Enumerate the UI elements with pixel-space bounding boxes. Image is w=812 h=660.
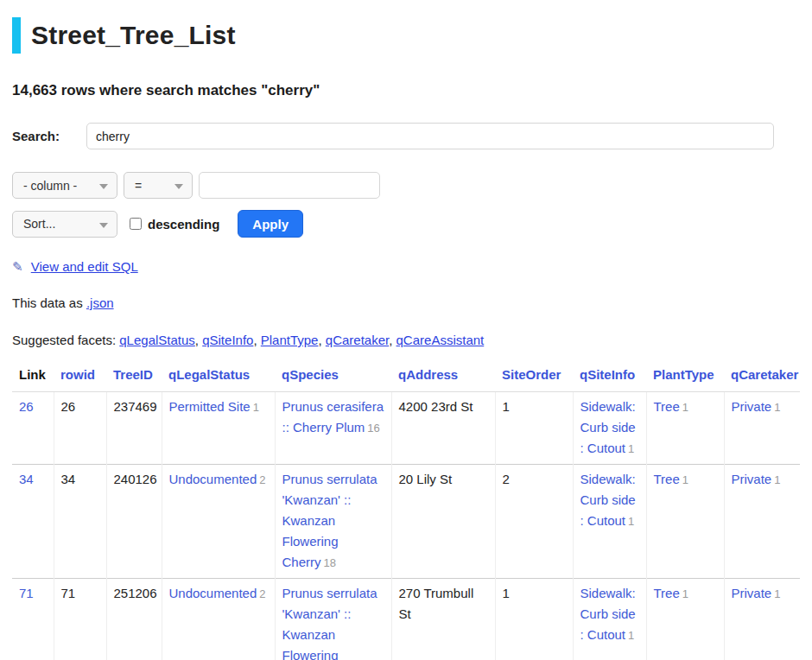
column-header-qaddress[interactable]: qAddress <box>391 360 495 392</box>
cell-qspecies: Prunus serrulata 'Kwanzan' :: Kwanzan Fl… <box>275 465 391 579</box>
facet-value-link[interactable]: Private <box>732 472 772 486</box>
facet-count: 1 <box>682 587 688 600</box>
column-header-planttype[interactable]: PlantType <box>646 360 724 392</box>
cell-qsiteinfo: Sidewalk: Curb side : Cutout1 <box>573 465 646 579</box>
table-row: 26 26 237469 Permitted Site1 Prunus cera… <box>12 392 800 465</box>
chevron-down-icon <box>99 184 108 189</box>
column-header-siteorder[interactable]: SiteOrder <box>495 360 573 392</box>
table-row: 34 34 240126 Undocumented2 Prunus serrul… <box>12 465 800 579</box>
column-header-rowid[interactable]: rowid <box>54 360 106 392</box>
facet-separator: , <box>195 333 199 347</box>
cell-qlegalstatus: Permitted Site1 <box>162 392 275 465</box>
apply-button[interactable]: Apply <box>238 210 303 238</box>
cell-treeid: 237469 <box>106 392 162 465</box>
chevron-down-icon <box>99 223 108 228</box>
cell-link: 71 <box>12 579 54 660</box>
column-header-qspecies[interactable]: qSpecies <box>275 360 391 392</box>
facet-value-link[interactable]: Tree <box>654 472 680 486</box>
facet-link-planttype[interactable]: PlantType <box>261 333 319 347</box>
facet-count: 1 <box>628 515 634 528</box>
facet-value-link[interactable]: Tree <box>654 399 680 414</box>
facet-count: 1 <box>253 401 259 414</box>
facet-link-qsiteinfo[interactable]: qSiteInfo <box>202 333 253 347</box>
facet-value-link[interactable]: Undocumented <box>169 472 257 486</box>
chevron-down-icon <box>174 184 183 189</box>
column-header-qcaretaker[interactable]: qCaretaker <box>724 360 800 392</box>
facet-count: 1 <box>682 473 688 486</box>
search-form: Search: <box>12 123 800 149</box>
data-table-wrap: Link rowid TreeID qLegalStatus qSpecies … <box>12 360 800 660</box>
row-count-summary: 14,663 rows where search matches "cherry… <box>12 82 800 99</box>
cell-treeid: 240126 <box>106 465 162 579</box>
facet-value-link[interactable]: Private <box>732 586 772 600</box>
cell-qsiteinfo: Sidewalk: Curb side : Cutout1 <box>573 579 646 660</box>
cell-qsiteinfo: Sidewalk: Curb side : Cutout1 <box>573 392 646 465</box>
operator-select[interactable]: = <box>124 172 193 199</box>
cell-treeid: 251206 <box>106 579 162 660</box>
sort-link[interactable]: qLegalStatus <box>168 367 250 382</box>
sort-link[interactable]: qCaretaker <box>731 367 798 382</box>
row-link[interactable]: 26 <box>19 399 34 414</box>
sort-link[interactable]: SiteOrder <box>502 367 561 382</box>
view-edit-sql-link[interactable]: View and edit SQL <box>31 259 138 274</box>
sort-link[interactable]: rowid <box>60 367 95 382</box>
cell-qspecies: Prunus serrulata 'Kwanzan' :: Kwanzan Fl… <box>275 579 391 660</box>
facet-value-link[interactable]: Prunus serrulata 'Kwanzan' :: Kwanzan Fl… <box>282 472 377 569</box>
facet-count: 2 <box>259 587 265 600</box>
cell-siteorder: 1 <box>495 392 573 465</box>
sort-select-value: Sort... <box>23 217 55 231</box>
cell-link: 26 <box>12 392 54 465</box>
sort-select[interactable]: Sort... <box>12 211 117 238</box>
facet-separator: , <box>253 333 257 347</box>
cell-qaddress: 20 Lily St <box>391 465 495 579</box>
facet-count: 1 <box>774 587 780 600</box>
column-header-qsiteinfo[interactable]: qSiteInfo <box>573 360 646 392</box>
operator-select-value: = <box>135 179 142 193</box>
sort-link[interactable]: TreeID <box>113 367 153 382</box>
facet-count: 16 <box>367 422 379 435</box>
facet-value-link[interactable]: Private <box>732 399 772 414</box>
facet-value-link[interactable]: Undocumented <box>169 586 257 600</box>
facet-link-qcareassistant[interactable]: qCareAssistant <box>396 333 485 347</box>
pencil-icon: ✎ <box>12 259 23 274</box>
facet-value-link[interactable]: Tree <box>654 586 680 600</box>
cell-rowid: 71 <box>54 579 106 660</box>
json-export-link[interactable]: .json <box>86 295 114 310</box>
column-header-treeid[interactable]: TreeID <box>106 360 162 392</box>
page: Street_Tree_List 14,663 rows where searc… <box>0 0 812 660</box>
sort-link[interactable]: qAddress <box>398 367 458 382</box>
page-header: Street_Tree_List <box>12 17 800 54</box>
descending-checkbox[interactable] <box>130 218 142 230</box>
facet-link-qcaretaker[interactable]: qCaretaker <box>326 333 389 347</box>
column-select-value: - column - <box>23 179 77 193</box>
filter-row: - column - = <box>12 172 800 199</box>
cell-qaddress: 270 Trumbull St <box>391 579 495 660</box>
filter-value-input[interactable] <box>199 172 380 199</box>
row-link[interactable]: 71 <box>19 586 34 600</box>
cell-qspecies: Prunus cerasifera :: Cherry Plum16 <box>275 392 391 465</box>
page-title: Street_Tree_List <box>31 17 236 54</box>
cell-qlegalstatus: Undocumented2 <box>162 465 275 579</box>
facet-value-link[interactable]: Permitted Site <box>169 399 251 414</box>
sort-link[interactable]: qSpecies <box>282 367 339 382</box>
column-select[interactable]: - column - <box>12 172 117 199</box>
row-link[interactable]: 34 <box>19 472 34 486</box>
cell-siteorder: 2 <box>495 465 573 579</box>
cell-rowid: 34 <box>54 465 106 579</box>
search-input[interactable] <box>86 123 774 149</box>
cell-planttype: Tree1 <box>646 579 724 660</box>
descending-option: descending <box>130 217 219 232</box>
column-header-qlegalstatus[interactable]: qLegalStatus <box>162 360 275 392</box>
facet-count: 1 <box>628 629 634 642</box>
sort-link[interactable]: PlantType <box>653 367 714 382</box>
facet-link-qlegalstatus[interactable]: qLegalStatus <box>119 333 195 347</box>
cell-planttype: Tree1 <box>646 465 724 579</box>
facet-separator: , <box>389 333 392 347</box>
facet-value-link[interactable]: Prunus serrulata 'Kwanzan' :: Kwanzan Fl… <box>282 586 377 660</box>
cell-qaddress: 4200 23rd St <box>391 392 495 465</box>
facet-separator: , <box>318 333 321 347</box>
facet-count: 1 <box>628 442 634 455</box>
sort-row: Sort... descending Apply <box>12 210 800 238</box>
sort-link[interactable]: qSiteInfo <box>580 367 635 382</box>
table-row: 71 71 251206 Undocumented2 Prunus serrul… <box>12 579 800 660</box>
